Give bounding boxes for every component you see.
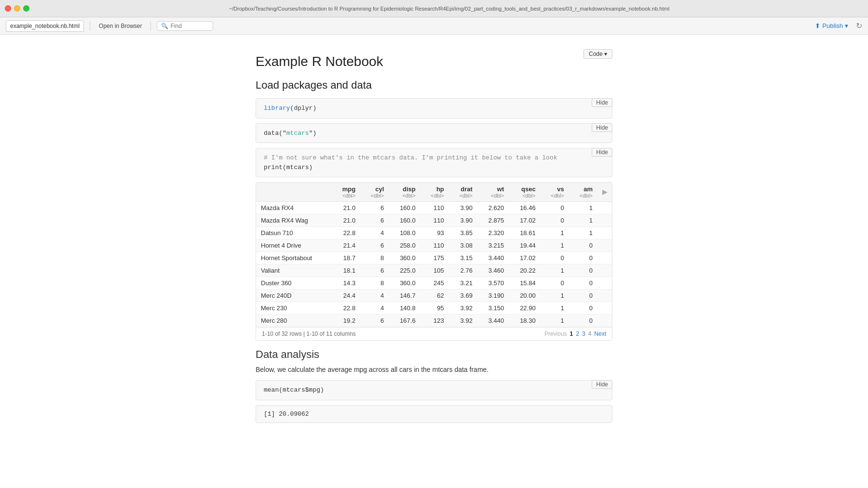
traffic-lights xyxy=(5,5,29,12)
table-cell: 225.0 xyxy=(389,264,420,277)
hide-button-4[interactable]: Hide xyxy=(592,380,612,389)
prev-page-button[interactable]: Previous xyxy=(544,330,567,337)
table-cell: 3.08 xyxy=(449,239,477,252)
hide-button-2[interactable]: Hide xyxy=(592,123,612,132)
table-cell: 105 xyxy=(420,264,449,277)
search-icon: 🔍 xyxy=(161,23,168,29)
table-cell-rowname: Merc 280 xyxy=(256,315,332,327)
table-cell-rowname: Hornet Sportabout xyxy=(256,252,332,264)
code-block-3-container: Hide # I'm not sure what's in the mtcars… xyxy=(256,148,612,177)
table-cell-rowname: Valiant xyxy=(256,264,332,277)
table-cell: 93 xyxy=(420,227,449,239)
code-dropdown-button[interactable]: Code ▾ xyxy=(583,49,612,59)
page-4-button[interactable]: 4 xyxy=(588,330,592,337)
table-cell-extra xyxy=(597,277,612,290)
hide-button-3[interactable]: Hide xyxy=(592,148,612,157)
table-cell: 3.440 xyxy=(477,315,509,327)
table-cell: 160.0 xyxy=(389,202,420,214)
table-info: 1-10 of 32 rows | 1-10 of 11 columns xyxy=(262,330,356,337)
table-cell: 17.02 xyxy=(509,214,540,227)
page-3-button[interactable]: 3 xyxy=(582,330,585,337)
table-cell: 95 xyxy=(420,302,449,315)
chevron-down-icon: ▾ xyxy=(845,22,848,29)
section1-title: Load packages and data xyxy=(256,79,612,92)
table-footer: 1-10 of 32 rows | 1-10 of 11 columns Pre… xyxy=(256,327,612,340)
col-header-mpg: mpg<dbl> xyxy=(332,183,360,202)
table-cell: 3.90 xyxy=(449,202,477,214)
col-header-drat: drat<dbl> xyxy=(449,183,477,202)
table-cell: 19.2 xyxy=(332,315,360,327)
table-cell: 1 xyxy=(541,302,569,315)
table-cell: 1 xyxy=(569,202,597,214)
code-block-1: library(dplyr) xyxy=(256,98,612,119)
table-header-row: mpg<dbl> cyl<dbl> disp<dbl> hp<dbl> drat… xyxy=(256,183,612,202)
table-cell: 360.0 xyxy=(389,277,420,290)
search-input[interactable] xyxy=(170,23,209,29)
close-button[interactable] xyxy=(5,5,11,12)
code-block-3: # I'm not sure what's in the mtcars data… xyxy=(256,148,612,177)
minimize-button[interactable] xyxy=(14,5,20,12)
table-cell-extra xyxy=(597,290,612,302)
table-cell: 2.875 xyxy=(477,214,509,227)
table-cell: 6 xyxy=(360,264,389,277)
table-cell: 146.7 xyxy=(389,290,420,302)
hide-button-1[interactable]: Hide xyxy=(592,98,612,107)
refresh-button[interactable]: ↻ xyxy=(856,21,862,30)
table-cell: 0 xyxy=(569,252,597,264)
table-cell: 1 xyxy=(541,315,569,327)
table-cell-extra xyxy=(597,252,612,264)
table-cell: 3.150 xyxy=(477,302,509,315)
page-2-button[interactable]: 2 xyxy=(576,330,579,337)
table-cell: 0 xyxy=(541,252,569,264)
table-cell: 0 xyxy=(569,302,597,315)
table-cell: 18.61 xyxy=(509,227,540,239)
code-block-2-container: Hide data("mtcars") xyxy=(256,123,612,144)
table-cell: 1 xyxy=(541,290,569,302)
table-cell: 15.84 xyxy=(509,277,540,290)
table-cell: 0 xyxy=(541,202,569,214)
tab-label[interactable]: example_notebook.nb.html xyxy=(6,20,84,32)
table-cell: 8 xyxy=(360,277,389,290)
table-cell: 20.00 xyxy=(509,290,540,302)
table-cell: 3.92 xyxy=(449,302,477,315)
separator xyxy=(90,21,90,31)
section2-title: Data analysis xyxy=(256,348,612,361)
table-cell: 175 xyxy=(420,252,449,264)
publish-button[interactable]: ⬆ Publish ▾ xyxy=(811,21,852,30)
table-cell: 21.0 xyxy=(332,214,360,227)
table-cell: 245 xyxy=(420,277,449,290)
table-cell: 3.92 xyxy=(449,315,477,327)
table-cell: 8 xyxy=(360,252,389,264)
table-cell-extra xyxy=(597,214,612,227)
table-cell: 3.460 xyxy=(477,264,509,277)
table-cell-extra xyxy=(597,264,612,277)
table-cell: 21.4 xyxy=(332,239,360,252)
table-cell: 3.570 xyxy=(477,277,509,290)
table-cell: 6 xyxy=(360,315,389,327)
table-cell: 1 xyxy=(541,239,569,252)
open-browser-button[interactable]: Open in Browser xyxy=(96,22,145,30)
table-cell: 3.15 xyxy=(449,252,477,264)
table-cell: 20.22 xyxy=(509,264,540,277)
table-cell: 19.44 xyxy=(509,239,540,252)
table-cell-extra xyxy=(597,227,612,239)
table-cell: 6 xyxy=(360,202,389,214)
table-cell: 2.76 xyxy=(449,264,477,277)
col-header-vs: vs<dbl> xyxy=(541,183,569,202)
table-cell: 4 xyxy=(360,227,389,239)
table-cell: 22.90 xyxy=(509,302,540,315)
main-content: Code ▾ Example R Notebook Load packages … xyxy=(246,35,622,437)
table-cell: 0 xyxy=(569,264,597,277)
col-header-hp: hp<dbl> xyxy=(420,183,449,202)
table-cell: 123 xyxy=(420,315,449,327)
maximize-button[interactable] xyxy=(23,5,29,12)
table-cell-rowname: Mazda RX4 xyxy=(256,202,332,214)
col-header-qsec: qsec<dbl> xyxy=(509,183,540,202)
table-cell: 0 xyxy=(569,277,597,290)
code-block-2: data("mtcars") xyxy=(256,123,612,144)
page-1-button[interactable]: 1 xyxy=(570,330,573,337)
find-box[interactable]: 🔍 xyxy=(157,21,213,31)
next-page-button[interactable]: Next xyxy=(594,330,606,337)
table-cell: 21.0 xyxy=(332,202,360,214)
table-cell: 22.8 xyxy=(332,227,360,239)
